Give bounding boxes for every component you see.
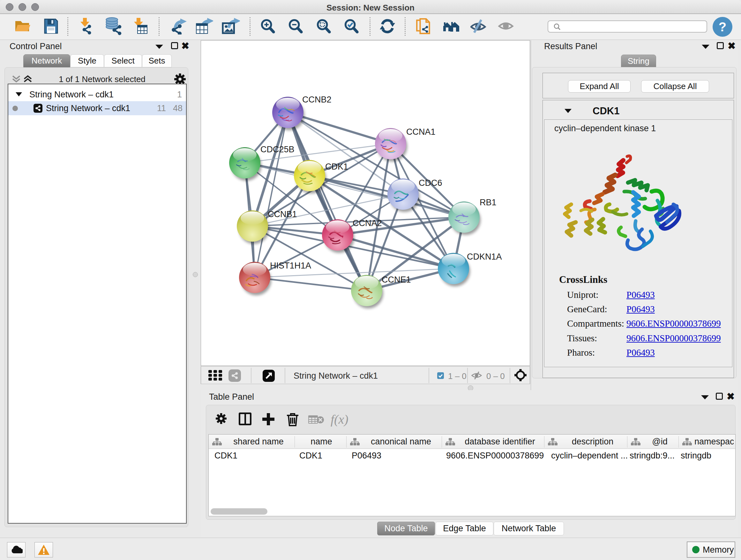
svg-text:HIST1H1A: HIST1H1A [270, 261, 311, 270]
svg-text:CCNB1: CCNB1 [268, 209, 297, 219]
svg-text:CCNB2: CCNB2 [302, 95, 332, 105]
svg-text:RB1: RB1 [480, 198, 496, 207]
svg-text:CDKN1A: CDKN1A [467, 252, 502, 261]
svg-text:CCNE1: CCNE1 [382, 275, 411, 285]
svg-text:CDC6: CDC6 [419, 178, 442, 188]
svg-text:CCNA2: CCNA2 [353, 219, 382, 228]
svg-text:CDK1: CDK1 [325, 162, 348, 172]
svg-text:CDC25B: CDC25B [260, 145, 294, 154]
svg-text:CCNA1: CCNA1 [406, 127, 435, 137]
